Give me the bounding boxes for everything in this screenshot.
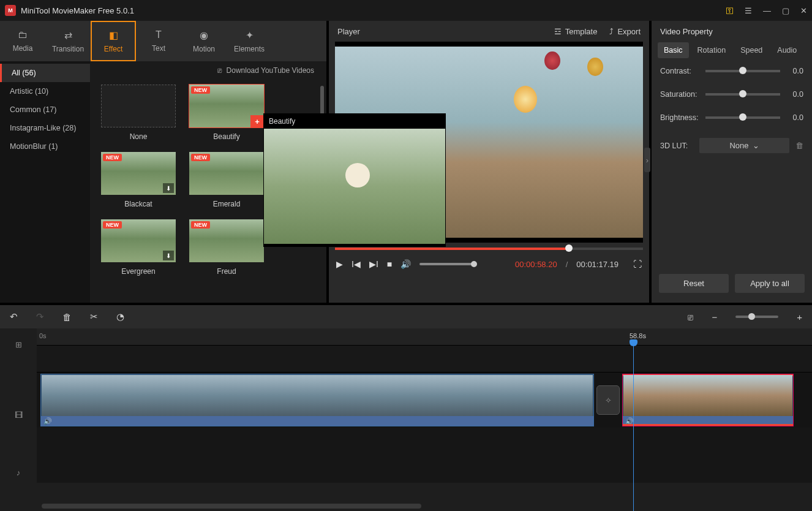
- prop-tab-basic[interactable]: Basic: [658, 42, 689, 58]
- tab-label: Media: [13, 44, 33, 53]
- undo-button[interactable]: ↶: [10, 311, 18, 322]
- volume-slider[interactable]: [419, 263, 475, 265]
- text-icon: T: [156, 29, 162, 40]
- brightness-slider[interactable]: [705, 116, 780, 119]
- play-button[interactable]: ▶: [336, 259, 343, 269]
- effect-thumb: NEW: [189, 152, 264, 195]
- tab-elements[interactable]: ✦Elements: [227, 21, 272, 61]
- effect-none[interactable]: None: [101, 85, 176, 141]
- contrast-label: Contrast:: [660, 67, 701, 75]
- player-scrubber[interactable]: [335, 248, 643, 250]
- export-icon: ⤴: [609, 27, 614, 36]
- lut-dropdown[interactable]: None⌄: [699, 138, 789, 153]
- add-icon[interactable]: +: [250, 115, 264, 127]
- time-total: 00:01:17.19: [576, 260, 618, 269]
- split-button[interactable]: ✂: [90, 311, 98, 322]
- timeline-clip[interactable]: 🔊: [40, 374, 594, 426]
- saturation-value: 0.0: [785, 90, 803, 99]
- close-button[interactable]: ✕: [800, 6, 807, 15]
- speed-button[interactable]: ◔: [116, 311, 124, 322]
- category-all[interactable]: All (56): [0, 64, 90, 82]
- zoom-in-button[interactable]: +: [797, 312, 802, 322]
- brightness-value: 0.0: [785, 113, 803, 122]
- effect-emerald[interactable]: NEW Emerald: [189, 152, 264, 208]
- menu-icon[interactable]: ☰: [745, 6, 752, 15]
- new-badge: NEW: [103, 221, 122, 229]
- effect-thumb: NEW +: [189, 85, 264, 127]
- effect-label: Beautify: [213, 132, 239, 141]
- tab-text[interactable]: TText: [136, 21, 181, 61]
- maximize-button[interactable]: ▢: [782, 6, 789, 15]
- category-instagram[interactable]: Instagram-Like (28): [0, 119, 90, 137]
- new-badge: NEW: [103, 154, 122, 161]
- zoom-out-button[interactable]: −: [712, 312, 717, 322]
- saturation-slider[interactable]: [705, 93, 780, 96]
- fullscreen-button[interactable]: ⛶: [633, 259, 642, 269]
- window-title: MiniTool MovieMaker Free 5.0.1: [21, 6, 726, 15]
- export-button[interactable]: ⤴Export: [609, 27, 641, 36]
- key-icon[interactable]: ⚿: [726, 6, 734, 15]
- category-common[interactable]: Common (17): [0, 100, 90, 119]
- tab-label: Transition: [52, 45, 84, 53]
- download-youtube-link[interactable]: ⎚ Download YouTube Videos: [90, 61, 326, 80]
- next-frame-button[interactable]: ▶I: [369, 259, 378, 269]
- contrast-slider[interactable]: [705, 70, 780, 72]
- prev-frame-button[interactable]: I◀: [351, 259, 361, 269]
- effect-beautify[interactable]: NEW + Beautify: [189, 85, 264, 141]
- fit-icon[interactable]: ⎚: [688, 312, 693, 322]
- effect-hover-preview: Beautify: [263, 113, 446, 247]
- music-track[interactable]: [37, 428, 812, 483]
- timeline-playhead[interactable]: [633, 342, 634, 511]
- tab-label: Effect: [104, 45, 122, 53]
- tab-label: Text: [152, 44, 165, 53]
- video-track[interactable]: 🔊 ✧ 🔊: [37, 373, 812, 428]
- speaker-icon: 🔊: [43, 417, 52, 425]
- volume-icon[interactable]: 🔊: [400, 259, 411, 269]
- apply-all-button[interactable]: Apply to all: [735, 274, 805, 293]
- category-motionblur[interactable]: MotionBlur (1): [0, 137, 90, 156]
- minimize-button[interactable]: —: [763, 6, 771, 15]
- tab-label: Elements: [234, 45, 265, 53]
- reset-button[interactable]: Reset: [659, 274, 729, 293]
- effect-evergreen[interactable]: NEW ⬇ Evergreen: [101, 219, 176, 276]
- effect-blackcat[interactable]: NEW ⬇ Blackcat: [101, 152, 176, 208]
- delete-lut-icon[interactable]: 🗑: [795, 141, 803, 150]
- contrast-value: 0.0: [785, 67, 803, 75]
- tab-transition[interactable]: ⇄Transition: [45, 21, 91, 61]
- effect-label: Freud: [217, 267, 236, 276]
- property-panel-title: Video Property: [652, 21, 812, 42]
- effect-freud[interactable]: NEW Freud: [189, 219, 264, 276]
- effect-label: Evergreen: [121, 267, 155, 276]
- zoom-slider[interactable]: [735, 316, 778, 318]
- player-title: Player: [337, 27, 542, 36]
- prop-tab-audio[interactable]: Audio: [771, 42, 803, 58]
- panel-expand-handle[interactable]: ›: [644, 148, 650, 172]
- time-sep: /: [566, 260, 568, 269]
- tab-media[interactable]: 🗀Media: [0, 21, 45, 61]
- download-icon: ⎚: [217, 66, 222, 75]
- overlay-track[interactable]: [37, 346, 812, 373]
- prop-tab-speed[interactable]: Speed: [734, 42, 769, 58]
- stop-button[interactable]: ■: [387, 259, 392, 269]
- add-track-icon[interactable]: ⊞: [0, 331, 37, 358]
- category-artistic[interactable]: Artistic (10): [0, 82, 90, 100]
- transition-slot[interactable]: ✧: [596, 385, 620, 415]
- timeline-scrollbar[interactable]: [42, 504, 421, 509]
- new-badge: NEW: [191, 154, 210, 161]
- timeline-ruler[interactable]: 0s 58.8s: [37, 328, 812, 346]
- new-badge: NEW: [191, 221, 210, 229]
- delete-button[interactable]: 🗑: [62, 312, 72, 322]
- effect-thumb: [101, 85, 176, 127]
- download-icon[interactable]: ⬇: [163, 251, 174, 260]
- time-current: 00:00:58.20: [515, 260, 557, 269]
- tab-motion[interactable]: ◉Motion: [181, 21, 227, 61]
- ruler-playhead-label: 58.8s: [630, 332, 646, 339]
- download-icon[interactable]: ⬇: [163, 183, 174, 193]
- ruler-tick: 0s: [39, 332, 47, 339]
- redo-button[interactable]: ↷: [36, 311, 44, 322]
- prop-tab-rotation[interactable]: Rotation: [691, 42, 732, 58]
- timeline-clip[interactable]: 🔊: [622, 374, 794, 426]
- template-button[interactable]: ☲Template: [554, 27, 598, 36]
- tab-effect[interactable]: ◧Effect: [91, 21, 136, 61]
- download-label: Download YouTube Videos: [227, 66, 314, 75]
